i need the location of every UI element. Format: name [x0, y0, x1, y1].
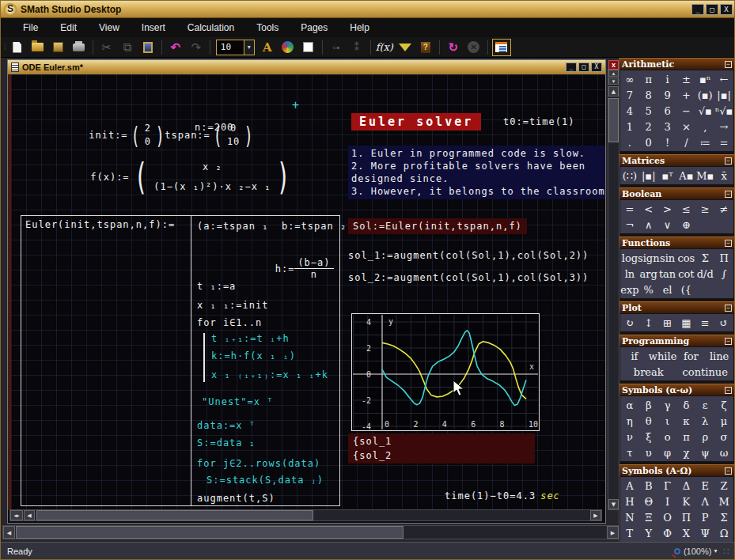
cut-button[interactable]: ✂ — [97, 39, 116, 56]
align-vertical-button[interactable]: ⁑ — [347, 39, 366, 56]
palette-cell-d/d[interactable]: d/d — [695, 266, 714, 282]
panel-close-button[interactable]: x — [608, 60, 619, 70]
palette-cell-arg[interactable]: arg — [639, 266, 658, 282]
save-button[interactable] — [49, 39, 68, 56]
palette-cell-Ω[interactable]: Ω — [714, 525, 733, 541]
hscroll-thumb[interactable] — [16, 526, 403, 539]
palette-cell-√▪[interactable]: √▪ — [695, 103, 714, 119]
font-color-button[interactable]: A — [258, 39, 277, 56]
palette-cell-8[interactable]: 8 — [639, 87, 658, 103]
palette-cell-=[interactable]: = — [714, 134, 733, 150]
paste-button[interactable] — [138, 39, 157, 56]
palette-cell-ln[interactable]: ln — [620, 266, 639, 282]
palette-cell-i[interactable]: i — [658, 71, 677, 87]
collapse-icon[interactable]: − — [725, 467, 732, 475]
palette-cell-Ζ[interactable]: Ζ — [714, 478, 733, 494]
palette-cell-({[interactable]: ({ — [676, 282, 695, 297]
document-close-button[interactable]: X — [591, 62, 602, 72]
palette-cell-Ε[interactable]: Ε — [695, 478, 714, 494]
palette-cell-Μ[interactable]: Μ — [714, 494, 733, 509]
redo-button[interactable]: ↷ — [187, 39, 206, 56]
palette-cell-Β[interactable]: Β — [639, 478, 658, 494]
menu-calculation[interactable]: Calculation — [176, 20, 245, 36]
palette-cell-Σ[interactable]: Σ — [695, 250, 714, 266]
palette-cell-Ξ[interactable]: Ξ — [639, 509, 658, 525]
palette-cell-γ[interactable]: γ — [658, 397, 677, 413]
palette-cell-↻[interactable]: ↻ — [620, 315, 639, 331]
menu-insert[interactable]: Insert — [131, 20, 176, 36]
reference-book-button[interactable]: ? — [416, 39, 435, 56]
palette-cell-M▪[interactable]: M▪ — [695, 168, 714, 184]
palette-cell-tan[interactable]: tan — [658, 266, 677, 282]
palette-cell-η[interactable]: η — [620, 413, 639, 429]
palette-cell-β[interactable]: β — [639, 397, 658, 413]
new-document-button[interactable] — [8, 39, 27, 56]
palette-cell-9[interactable]: 9 — [658, 87, 677, 103]
palette-cell-⊞[interactable]: ⊞ — [658, 315, 677, 331]
interrupt-button[interactable]: ✕ — [464, 39, 483, 56]
palette-cell-Υ[interactable]: Υ — [639, 525, 658, 541]
palette-cell-▦[interactable]: ▦ — [676, 315, 695, 331]
palette-cell-≔[interactable]: ≔ — [695, 134, 714, 150]
palette-cell-Γ[interactable]: Γ — [658, 478, 677, 494]
expr-sol1[interactable]: sol_1:=augment(col(Sol,1),col(Sol,2)) — [348, 250, 589, 261]
palette-cell-continue[interactable]: continue — [677, 364, 734, 380]
palette-cell-υ[interactable]: υ — [639, 445, 658, 460]
palette-cell-if[interactable]: if — [620, 348, 649, 364]
hscroll-thumb[interactable] — [36, 510, 313, 520]
palette-cell-+[interactable]: + — [676, 87, 695, 103]
palette-cell-Λ[interactable]: Λ — [695, 494, 714, 509]
expr-timing[interactable]: time(1)−t0=4.3sec — [445, 490, 560, 501]
palette-cell-ξ[interactable]: ξ — [639, 429, 658, 445]
palette-cell-⊕[interactable]: ⊕ — [676, 217, 695, 233]
document-title-bar[interactable]: ODE Euler.sm* _ □ X — [8, 60, 605, 74]
palette-cell-break[interactable]: break — [620, 364, 677, 380]
document-hscrollbar[interactable]: ◂▸ ◀ ▶ — [9, 509, 602, 521]
scroll-left-arrow[interactable]: ◀ — [3, 526, 15, 539]
palette-cell-Χ[interactable]: Χ — [676, 525, 695, 541]
palette-cell-μ[interactable]: μ — [714, 413, 733, 429]
palette-cell-π[interactable]: π — [639, 71, 658, 87]
scroll-left-arrow[interactable]: ◀ — [24, 510, 35, 520]
mdi-hscrollbar[interactable]: ◀ ▶ — [2, 525, 619, 539]
palette-cell-Φ[interactable]: Φ — [658, 525, 677, 541]
palette-cell-(▪)[interactable]: (▪) — [695, 87, 714, 103]
recalculate-button[interactable]: ↻ — [444, 39, 463, 56]
vsplit-up[interactable]: ▴ — [608, 70, 619, 77]
palette-cell-for[interactable]: for — [677, 348, 706, 364]
palette-cell-|▪|[interactable]: |▪| — [639, 168, 658, 184]
palette-cell-<[interactable]: < — [639, 201, 658, 217]
palette-cell-▪ⁿ[interactable]: ▪ⁿ — [695, 71, 714, 87]
palette-cell-π[interactable]: π — [676, 429, 695, 445]
vscroll-thumb[interactable] — [608, 98, 619, 142]
palette-cell-≠[interactable]: ≠ — [714, 201, 733, 217]
colors-button[interactable] — [278, 39, 297, 56]
collapse-icon[interactable]: − — [725, 191, 732, 198]
chevron-down-icon[interactable]: ▾ — [714, 547, 717, 554]
palette-cell-sin[interactable]: sin — [658, 250, 677, 266]
background-color-button[interactable] — [299, 39, 318, 56]
palette-cell-7[interactable]: 7 — [620, 87, 639, 103]
collapse-icon[interactable]: − — [725, 338, 732, 345]
maximize-button[interactable]: □ — [706, 4, 718, 15]
note-block[interactable]: 1. Euler in programmed code is slow. 2. … — [348, 146, 605, 199]
palette-cell-∞[interactable]: ∞ — [620, 71, 639, 87]
collapse-icon[interactable]: − — [725, 61, 732, 68]
collapse-icon[interactable]: − — [725, 157, 732, 165]
palette-cell-ν[interactable]: ν — [620, 429, 639, 445]
palette-cell-×[interactable]: × — [676, 119, 695, 134]
print-button[interactable] — [70, 39, 89, 56]
palette-cell-/[interactable]: / — [676, 134, 695, 150]
palette-cell-↕[interactable]: ↕ — [639, 315, 658, 331]
palette-cell-κ[interactable]: κ — [676, 413, 695, 429]
menu-tools[interactable]: Tools — [245, 20, 290, 36]
menu-view[interactable]: View — [88, 20, 131, 36]
palette-cell-=[interactable]: = — [620, 201, 639, 217]
palette-cell->[interactable]: > — [658, 201, 677, 217]
palette-cell-≤[interactable]: ≤ — [676, 201, 695, 217]
palette-cell-1[interactable]: 1 — [620, 119, 639, 134]
menu-pages[interactable]: Pages — [290, 20, 339, 36]
palette-cell-Τ[interactable]: Τ — [620, 525, 639, 541]
palette-cell-.[interactable]: . — [620, 134, 639, 150]
palette-cell-↺[interactable]: ↺ — [714, 315, 733, 331]
